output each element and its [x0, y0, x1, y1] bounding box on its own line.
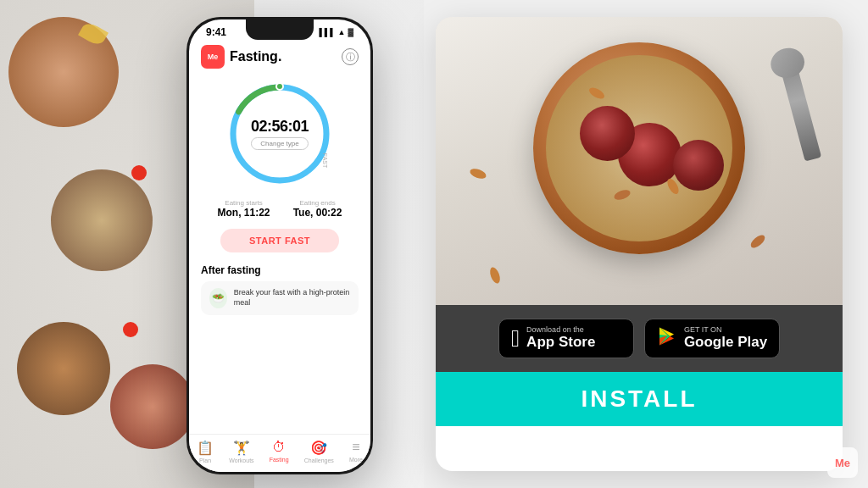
google-play-name: Google Play	[684, 334, 767, 351]
status-time: 9:41	[206, 26, 226, 38]
more-label: More	[349, 457, 363, 463]
scattered-almond-3	[488, 266, 502, 285]
phone-screen: 9:41 ▌▌▌ ▲ ▓ Me Fasting. ⓘ	[189, 19, 370, 472]
fasting-icon: ⏱	[272, 440, 286, 455]
after-fasting-section: After fasting 🥗 Break your fast with a h…	[189, 259, 370, 320]
app-ad-card:  Download on the App Store GET IT ON Go…	[436, 17, 843, 471]
eating-times: Eating starts Mon, 11:22 Eating ends Tue…	[189, 196, 370, 222]
challenges-icon: 🎯	[310, 440, 327, 456]
scattered-almond-1	[469, 167, 487, 180]
app-store-sub: Download on the	[526, 326, 595, 334]
food-photo-background	[436, 17, 843, 305]
change-type-button[interactable]: Change type	[251, 137, 309, 150]
after-fasting-card: 🥗 Break your fast with a high-protein me…	[201, 281, 359, 315]
bowl-inner	[546, 55, 732, 241]
timer-ring: 02:56:01 Change type FAST	[225, 79, 335, 189]
google-play-sub: GET IT ON	[684, 326, 767, 334]
app-store-button[interactable]:  Download on the App Store	[498, 319, 634, 358]
me-logo-watermark: Me	[827, 447, 858, 478]
timer-section: 02:56:01 Change type FAST	[189, 72, 370, 192]
info-icon[interactable]: ⓘ	[342, 48, 359, 65]
fasting-label: Fasting	[270, 457, 289, 463]
fig-2	[580, 106, 635, 161]
plan-label: Plan	[199, 458, 211, 463]
google-play-button[interactable]: GET IT ON Google Play	[644, 319, 780, 358]
install-button[interactable]: INSTALL	[436, 372, 843, 426]
eating-ends-label: Eating ends	[293, 199, 342, 207]
app-title: Fasting.	[230, 49, 337, 64]
eating-starts-block: Eating starts Mon, 11:22	[218, 199, 270, 219]
google-play-text: GET IT ON Google Play	[684, 326, 767, 351]
challenges-label: Challenges	[304, 458, 334, 463]
almond-2	[613, 188, 632, 202]
bowl-container	[533, 42, 745, 254]
eating-ends-block: Eating ends Tue, 00:22	[293, 199, 342, 219]
nav-more[interactable]: ≡ More	[349, 440, 363, 463]
app-store-name: App Store	[526, 334, 595, 351]
after-fasting-title: After fasting	[201, 264, 359, 276]
signal-icon: ▌▌▌	[319, 28, 335, 36]
almond-1	[587, 86, 606, 102]
food-bowl-4	[110, 364, 195, 449]
timer-dot	[275, 82, 284, 91]
store-buttons-container:  Download on the App Store GET IT ON Go…	[436, 305, 843, 372]
food-bowl-3	[17, 322, 110, 415]
tomato-decoration-1	[131, 165, 147, 180]
tomato-decoration-2	[123, 322, 138, 337]
fig-3	[673, 140, 724, 191]
status-icons: ▌▌▌ ▲ ▓	[319, 28, 353, 36]
wifi-icon: ▲	[338, 28, 346, 36]
spoon	[779, 58, 821, 161]
bowl-outer	[533, 42, 745, 254]
bottom-nav: 📋 Plan 🏋 Workouts ⏱ Fasting 🎯 Challenges…	[189, 434, 370, 472]
app-header: Me Fasting. ⓘ	[189, 42, 370, 72]
phone-mockup: 9:41 ▌▌▌ ▲ ▓ Me Fasting. ⓘ	[186, 17, 373, 474]
after-fasting-text: Break your fast with a high-protein meal	[234, 288, 350, 308]
install-label: INSTALL	[581, 385, 697, 413]
plan-icon: 📋	[197, 440, 214, 456]
food-photo	[436, 17, 843, 305]
more-icon: ≡	[352, 440, 359, 455]
meal-icon: 🥗	[209, 288, 227, 308]
nav-workouts[interactable]: 🏋 Workouts	[229, 440, 253, 463]
app-store-text: Download on the App Store	[526, 326, 595, 351]
timer-display: 02:56:01	[251, 118, 309, 136]
food-bowl-2	[51, 169, 153, 271]
app-logo: Me	[201, 45, 225, 69]
workouts-label: Workouts	[229, 458, 253, 463]
workouts-icon: 🏋	[233, 440, 250, 456]
google-play-svg	[657, 326, 677, 347]
apple-icon: 	[511, 327, 520, 351]
timer-center: 02:56:01 Change type	[251, 118, 309, 150]
battery-icon: ▓	[348, 28, 353, 36]
phone-frame: 9:41 ▌▌▌ ▲ ▓ Me Fasting. ⓘ	[186, 17, 373, 474]
eating-starts-label: Eating starts	[218, 199, 270, 207]
nav-challenges[interactable]: 🎯 Challenges	[304, 440, 334, 463]
phone-notch	[246, 19, 314, 40]
eating-ends-value: Tue, 00:22	[293, 207, 342, 219]
google-play-icon	[657, 326, 677, 351]
fast-label: FAST	[323, 153, 329, 169]
scattered-almond-2	[748, 233, 767, 251]
start-fast-button[interactable]: START FAST	[220, 229, 339, 252]
nav-plan[interactable]: 📋 Plan	[197, 440, 214, 463]
nav-fasting[interactable]: ⏱ Fasting	[270, 440, 289, 463]
eating-starts-value: Mon, 11:22	[218, 207, 270, 219]
